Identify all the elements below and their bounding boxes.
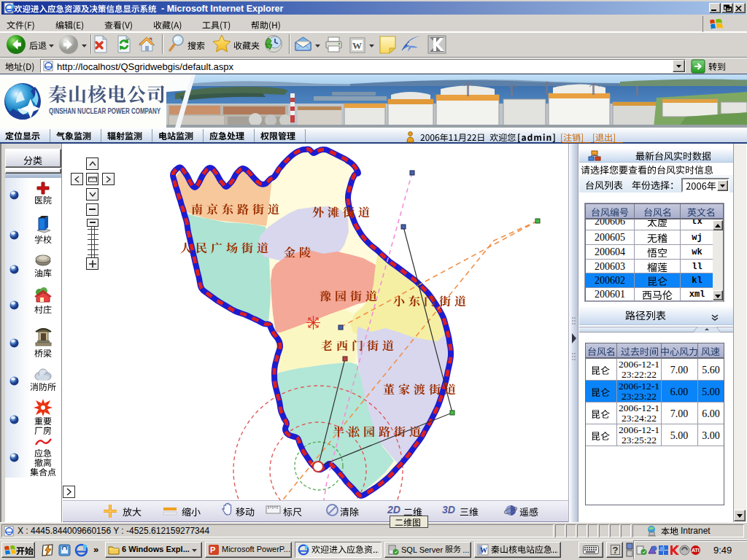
svg-text:P: P [210, 545, 215, 554]
svg-text:W: W [480, 546, 487, 554]
svg-text:W: W [352, 40, 362, 51]
svg-text:ATI: ATI [692, 548, 700, 553]
